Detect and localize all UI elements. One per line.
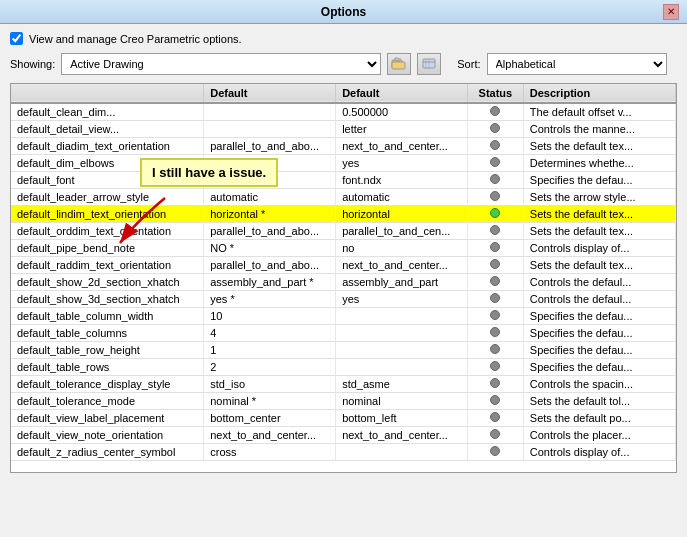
showing-label: Showing:	[10, 58, 55, 70]
showing-dropdown[interactable]: Active Drawing	[61, 53, 381, 75]
status-dot	[490, 361, 500, 371]
table-row[interactable]: default_lindim_text_orientation	[11, 206, 204, 223]
open-file-button[interactable]	[387, 53, 411, 75]
table-row[interactable]: default_view_label_placement	[11, 410, 204, 427]
status-dot	[490, 106, 500, 116]
status-dot	[490, 123, 500, 133]
sort-dropdown[interactable]: Alphabetical	[487, 53, 667, 75]
status-dot	[490, 446, 500, 456]
table-row[interactable]: default_table_columns	[11, 325, 204, 342]
table-row[interactable]: default_tolerance_display_style	[11, 376, 204, 393]
table-row[interactable]: default_view_note_orientation	[11, 427, 204, 444]
table-row[interactable]: default_orddim_text_orientation	[11, 223, 204, 240]
svg-rect-1	[392, 62, 405, 69]
table-row[interactable]: default_table_column_width	[11, 308, 204, 325]
status-dot	[490, 259, 500, 269]
table-row[interactable]: default_diadim_text_orientation	[11, 138, 204, 155]
callout-text: I still have a issue.	[152, 165, 266, 180]
status-dot	[490, 378, 500, 388]
table-row[interactable]: default_table_row_height	[11, 342, 204, 359]
status-dot	[490, 344, 500, 354]
status-dot	[490, 174, 500, 184]
table-row[interactable]: default_leader_arrow_style	[11, 189, 204, 206]
status-dot	[490, 310, 500, 320]
checkbox-label: View and manage Creo Parametric options.	[29, 33, 242, 45]
manage-checkbox[interactable]	[10, 32, 23, 45]
status-dot	[490, 208, 500, 218]
status-dot	[490, 157, 500, 167]
status-dot	[490, 429, 500, 439]
table-row[interactable]: default_pipe_bend_note	[11, 240, 204, 257]
col-header-status: Status	[468, 84, 524, 103]
table-row[interactable]: default_table_rows	[11, 359, 204, 376]
table-row[interactable]: default_show_3d_section_xhatch	[11, 291, 204, 308]
col-header-default: Default	[336, 84, 468, 103]
refresh-button[interactable]	[417, 53, 441, 75]
window-title: Options	[24, 5, 663, 19]
col-header-value: Default	[204, 84, 336, 103]
sort-label: Sort:	[457, 58, 480, 70]
status-dot	[490, 293, 500, 303]
table-row[interactable]: default_raddim_text_orientation	[11, 257, 204, 274]
options-table: Default Default Status Description defau…	[10, 83, 677, 473]
status-dot	[490, 191, 500, 201]
close-button[interactable]: ✕	[663, 4, 679, 20]
status-dot	[490, 225, 500, 235]
col-header-desc: Description	[523, 84, 675, 103]
table-row[interactable]: default_show_2d_section_xhatch	[11, 274, 204, 291]
col-header-name	[11, 84, 204, 103]
status-dot	[490, 327, 500, 337]
status-dot	[490, 412, 500, 422]
table-row[interactable]: default_z_radius_center_symbol	[11, 444, 204, 461]
status-dot	[490, 395, 500, 405]
table-row[interactable]: default_clean_dim...	[11, 103, 204, 121]
status-dot	[490, 276, 500, 286]
status-dot	[490, 140, 500, 150]
table-row[interactable]: default_tolerance_mode	[11, 393, 204, 410]
callout-box: I still have a issue.	[140, 158, 278, 187]
table-row[interactable]: default_detail_view...	[11, 121, 204, 138]
status-dot	[490, 242, 500, 252]
